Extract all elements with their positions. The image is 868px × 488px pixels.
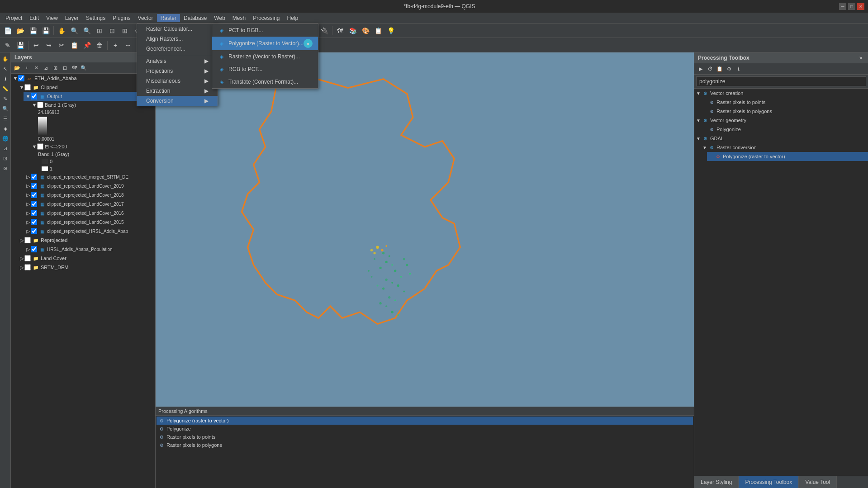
layer-lc2018[interactable]: ▷ ▦ clipped_reprojected_LandCover_2018 [24,190,155,199]
tree-gdal[interactable]: ▼ ⚙ GDAL [694,134,868,143]
atlas-btn[interactable]: 📚 [347,25,359,37]
layer-lc2016[interactable]: ▷ ▦ clipped_reprojected_LandCover_2016 [24,208,155,218]
menu-project[interactable]: Project [2,14,26,22]
georeferencer-item[interactable]: Georeferencer... [137,44,218,54]
tool-location[interactable]: ⊛ [1,164,10,173]
expand-eth[interactable]: ▼ [13,76,18,81]
menu-raster[interactable]: Raster [157,14,180,22]
tool-zoom[interactable]: 🔍 [1,104,10,113]
minimize-button[interactable]: ─ [839,3,846,10]
checkbox-output[interactable] [31,93,37,99]
map-canvas[interactable] [156,52,694,407]
checkbox-srtm[interactable] [31,174,37,180]
manage-map-themes-btn[interactable]: 🗺 [70,63,79,72]
tool-geo[interactable]: ⊡ [1,154,10,163]
redo-btn[interactable]: ↪ [43,39,55,51]
polygonize-item[interactable]: ◈ Polygonize (Raster to Vector)... ● [212,37,318,50]
checkbox-clipped[interactable] [24,84,31,90]
tool-measure[interactable]: 📏 [1,84,10,93]
tree-polygonize[interactable]: ⚙ Polygonize [701,125,868,134]
tool-annotation[interactable]: ✎ [1,94,10,103]
checkbox-band1[interactable] [37,102,43,108]
open-project-btn[interactable]: 📂 [14,25,26,37]
checkbox-lc2016[interactable] [31,210,37,216]
tool-hand[interactable]: ☰ [1,114,10,123]
zoom-layer-btn[interactable]: ⊡ [106,25,118,37]
layer-band1-sub[interactable]: Band 1 (Gray) [36,151,155,158]
menu-vector[interactable]: Vector [134,14,157,22]
layer-srtm-dem[interactable]: ▷ 📁 SRTM_DEM [17,263,155,272]
projections-item[interactable]: Projections ▶ [137,66,218,76]
expand-vector-creation[interactable]: ▼ [696,91,702,96]
processing-close-btn[interactable]: ✕ [857,54,864,62]
miscellaneous-item[interactable]: Miscellaneous ▶ [137,76,218,86]
checkbox-le2200[interactable] [37,143,43,150]
filter-layer-casesensitive-btn[interactable]: 🔍 [79,63,88,72]
expand-land-cover[interactable]: ▷ [19,256,24,261]
maximize-button[interactable]: □ [848,3,855,10]
tab-layer-styling[interactable]: Layer Styling [694,476,739,488]
layer-hrsl-pop[interactable]: ▷ ▦ HRSL_Addis_Ababa_Population [24,245,155,254]
checkbox-hrsl[interactable] [31,228,37,234]
expand-clipped[interactable]: ▼ [19,85,24,90]
extraction-item[interactable]: Extraction ▶ [137,86,218,96]
processing-history-btn[interactable]: ⏱ [706,64,715,73]
save-as-btn[interactable]: 💾 [40,25,52,37]
close-button[interactable]: ✕ [857,3,864,10]
expand-lc2017[interactable]: ▷ [25,201,31,207]
tool-select[interactable]: ↖ [1,64,10,73]
checkbox-eth[interactable] [18,75,24,81]
tool-filter[interactable]: ⊿ [1,144,10,153]
menu-plugins[interactable]: Plugins [109,14,134,22]
processing-options-btn[interactable]: ⚙ [725,64,734,73]
zoom-out-btn[interactable]: 🔍 [81,25,93,37]
layer-output[interactable]: ▼ ▦ Output [24,92,155,101]
delete-btn[interactable]: 🗑 [94,39,105,51]
layer-lc2015[interactable]: ▷ ▦ clipped_reprojected_LandCover_2015 [24,218,155,227]
raster-calculator-item[interactable]: Raster Calculator... [137,24,218,34]
save-project-btn[interactable]: 💾 [27,25,39,37]
layer-land-cover[interactable]: ▷ 📁 Land Cover [17,254,155,263]
remove-layer-btn[interactable]: ✕ [32,63,41,72]
tab-processing-toolbox[interactable]: Processing Toolbox [739,476,799,488]
layer-lc2019[interactable]: ▷ ▦ clipped_reprojected_LandCover_2019 [24,181,155,190]
processing-info-btn[interactable]: ℹ [734,64,743,73]
menu-layer[interactable]: Layer [62,14,82,22]
checkbox-land-cover[interactable] [24,255,31,261]
expand-gdal[interactable]: ▼ [696,136,702,141]
save-edits-btn[interactable]: 💾 [14,39,26,51]
expand-lc2019[interactable]: ▷ [25,183,31,189]
rgb-to-pct-item[interactable]: ◈ RGB to PCT... [212,63,318,76]
tool-globe[interactable]: 🌐 [1,134,10,143]
style-btn[interactable]: 🎨 [360,25,371,37]
layer-hrsl[interactable]: ▷ ▦ clipped_reprojected_HRSL_Addis_Abab [24,227,155,236]
expand-hrsl[interactable]: ▷ [25,228,31,234]
menu-view[interactable]: View [43,14,62,22]
translate-item[interactable]: ◈ Translate (Convert Format)... [212,76,318,88]
algo-polygonize-raster[interactable]: ⚙ Polygonize (raster to vector) [157,417,693,425]
tab-value-tool[interactable]: Value Tool [799,476,837,488]
collapse-all-btn[interactable]: ⊟ [60,63,69,72]
expand-vector-geometry[interactable]: ▼ [696,118,702,123]
layer-eth-addis-ababa[interactable]: ▼ ▱ ETH_Addis_Ababa [11,74,155,83]
expand-srtm-dem[interactable]: ▷ [19,265,24,270]
expand-lc2015[interactable]: ▷ [25,219,31,225]
layer-lc2017[interactable]: ▷ ▦ clipped_reprojected_LandCover_2017 [24,199,155,208]
tree-vector-geometry[interactable]: ▼ ⚙ Vector geometry [694,116,868,125]
checkbox-lc2017[interactable] [31,201,37,207]
expand-band1[interactable]: ▼ [32,102,37,108]
tree-raster-pixels-polygons[interactable]: ⚙ Raster pixels to polygons [701,107,868,116]
edit-mode-btn[interactable]: ✎ [2,39,14,51]
menu-mesh[interactable]: Mesh [229,14,249,22]
expand-lc2018[interactable]: ▷ [25,192,31,198]
layer-reprojected[interactable]: ▷ 📁 Reprojected [17,236,155,245]
checkbox-lc2015[interactable] [31,219,37,225]
menu-database[interactable]: Database [180,14,210,22]
checkbox-lc2018[interactable] [31,192,37,198]
tool-pan[interactable]: ✋ [1,54,10,63]
analysis-item[interactable]: Analysis ▶ [137,56,218,66]
expand-output[interactable]: ▼ [25,94,31,99]
expand-srtm[interactable]: ▷ [25,174,31,180]
tree-raster-pixels-points[interactable]: ⚙ Raster pixels to points [701,98,868,107]
expand-all-btn[interactable]: ⊞ [51,63,60,72]
